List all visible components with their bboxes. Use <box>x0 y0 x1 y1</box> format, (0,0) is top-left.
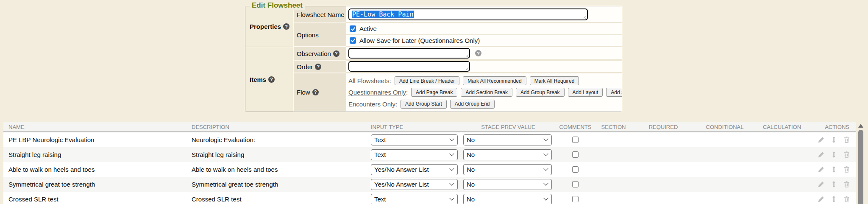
observation-input[interactable] <box>348 48 470 59</box>
table-body: PE LBP Neurologic Evaluation Neurologic … <box>3 132 856 204</box>
delete-trash-icon[interactable] <box>843 181 850 188</box>
scrollbar-thumb[interactable] <box>858 130 863 204</box>
add-page-break-button[interactable]: Add Page Break <box>411 88 457 97</box>
questionnaires-only-row: Questionnaires Only: Add Page Break Add … <box>348 87 622 98</box>
item-name: PE LBP Neurologic Evaluation <box>3 136 186 143</box>
order-cell <box>346 61 622 73</box>
edit-pencil-icon[interactable] <box>818 136 825 143</box>
options-label-cell: Options <box>294 23 346 47</box>
edit-pencil-icon[interactable] <box>818 181 825 188</box>
col-header-comments: COMMENTS <box>555 124 595 130</box>
stage-prev-value-select[interactable]: No <box>463 134 552 145</box>
input-type-select[interactable]: Yes/No Answer List <box>371 164 458 175</box>
comments-checkbox[interactable] <box>572 181 579 187</box>
input-type-value: Text <box>374 136 386 143</box>
col-header-stage-prev-value: STAGE PREV VALUE <box>461 124 555 130</box>
input-type-value: Text <box>374 151 386 158</box>
item-name: Symmetrical great toe strength <box>3 181 186 188</box>
observation-help-icon[interactable]: ? <box>333 50 339 57</box>
encounters-only-row: Encounters Only: Add Group Start Add Gro… <box>348 98 622 110</box>
table-row: Able to walk on heels and toes Able to w… <box>3 162 856 177</box>
chevron-down-icon <box>543 196 548 200</box>
mark-all-required-button[interactable]: Mark All Required <box>530 76 579 85</box>
order-label: Order <box>297 63 313 70</box>
chevron-down-icon <box>449 136 454 141</box>
add-group-end-button[interactable]: Add Group End <box>450 100 495 109</box>
edit-pencil-icon[interactable] <box>818 196 825 203</box>
table-header-row: NAME DESCRIPTION INPUT TYPE STAGE PREV V… <box>3 122 856 132</box>
move-up-down-icon[interactable] <box>830 151 837 158</box>
panel-title: Edit Flowsheet <box>250 1 305 10</box>
stage-prev-value-select[interactable]: No <box>463 149 552 160</box>
observation-lookup-help-icon[interactable]: ? <box>475 50 481 56</box>
col-header-actions: ACTIONS <box>810 124 856 130</box>
chevron-down-icon <box>449 151 454 156</box>
input-type-select[interactable]: Text <box>371 194 458 204</box>
item-description: Able to walk on heels and toes <box>186 166 367 173</box>
flow-buttons-cell: All Flowsheets: Add Line Break / Header … <box>346 73 622 112</box>
table-row: Symmetrical great toe strength Symmetric… <box>3 177 856 192</box>
add-scriptlet-button[interactable]: Add Scriptlet <box>606 88 622 97</box>
mark-all-recommended-button[interactable]: Mark All Recommended <box>463 76 526 85</box>
stage-prev-value-select[interactable]: No <box>463 164 552 175</box>
col-header-description: DESCRIPTION <box>186 124 367 130</box>
allow-save-checkbox[interactable] <box>350 37 356 44</box>
properties-help-icon[interactable]: ? <box>283 23 289 30</box>
col-header-name: NAME <box>3 124 186 130</box>
delete-trash-icon[interactable] <box>843 166 850 173</box>
move-up-down-icon[interactable] <box>830 166 837 173</box>
flow-help-icon[interactable]: ? <box>312 89 319 95</box>
comments-checkbox[interactable] <box>572 166 579 173</box>
stage-prev-value-select[interactable]: No <box>463 179 552 190</box>
delete-trash-icon[interactable] <box>843 151 850 158</box>
move-up-down-icon[interactable] <box>830 181 837 188</box>
add-group-break-button[interactable]: Add Group Break <box>516 88 565 97</box>
input-type-value: Text <box>374 196 386 203</box>
active-checkbox[interactable] <box>350 25 356 32</box>
flowsheet-name-cell: PE-Low Back Pain <box>346 6 622 23</box>
col-header-input-type: INPUT TYPE <box>367 124 461 130</box>
item-name: Crossed SLR test <box>3 196 186 203</box>
comments-checkbox[interactable] <box>572 137 579 143</box>
properties-label: Properties <box>250 23 281 30</box>
input-type-select[interactable]: Text <box>371 149 458 160</box>
add-line-break-header-button[interactable]: Add Line Break / Header <box>395 76 459 85</box>
item-name: Straight leg raising <box>3 151 186 158</box>
order-help-icon[interactable]: ? <box>315 64 321 70</box>
comments-checkbox[interactable] <box>572 151 579 158</box>
chevron-down-icon <box>543 166 548 170</box>
comments-checkbox[interactable] <box>572 196 579 202</box>
move-up-down-icon[interactable] <box>830 136 837 143</box>
items-label: Items <box>250 76 266 83</box>
stage-prev-value: No <box>467 151 475 158</box>
flowsheet-name-input[interactable]: PE-Low Back Pain <box>348 8 588 20</box>
add-section-break-button[interactable]: Add Section Break <box>461 88 512 97</box>
move-up-down-icon[interactable] <box>830 196 837 203</box>
table-row: Crossed SLR test Crossed SLR test Text N… <box>3 192 856 204</box>
allow-save-checkbox-label: Allow Save for Later (Questionnaires Onl… <box>359 37 480 44</box>
item-description: Crossed SLR test <box>186 196 367 203</box>
scroll-up-arrow-icon[interactable] <box>858 124 863 128</box>
resize-handle-icon[interactable] <box>465 53 468 57</box>
delete-trash-icon[interactable] <box>843 196 850 203</box>
stage-prev-value-select[interactable]: No <box>463 194 552 204</box>
delete-trash-icon[interactable] <box>843 136 850 143</box>
input-type-select[interactable]: Yes/No Answer List <box>371 179 458 190</box>
add-group-start-button[interactable]: Add Group Start <box>401 100 447 109</box>
edit-pencil-icon[interactable] <box>818 151 825 158</box>
edit-pencil-icon[interactable] <box>818 166 825 173</box>
table-row: Straight leg raising Straight leg raisin… <box>3 147 856 162</box>
input-type-select[interactable]: Text <box>371 134 458 145</box>
flowsheet-name-label: Flowsheet Name <box>297 11 345 18</box>
stage-prev-value: No <box>467 196 475 203</box>
chevron-down-icon <box>543 181 548 185</box>
resize-handle-icon[interactable] <box>582 15 586 19</box>
items-help-icon[interactable]: ? <box>268 76 275 83</box>
chevron-down-icon <box>449 196 454 200</box>
resize-handle-icon[interactable] <box>465 66 468 70</box>
options-cell: Active Allow Save for Later (Questionnai… <box>346 23 622 47</box>
option-active: Active <box>346 23 622 34</box>
chevron-down-icon <box>543 151 548 156</box>
order-input[interactable] <box>348 61 470 72</box>
add-layout-button[interactable]: Add Layout <box>568 88 603 97</box>
